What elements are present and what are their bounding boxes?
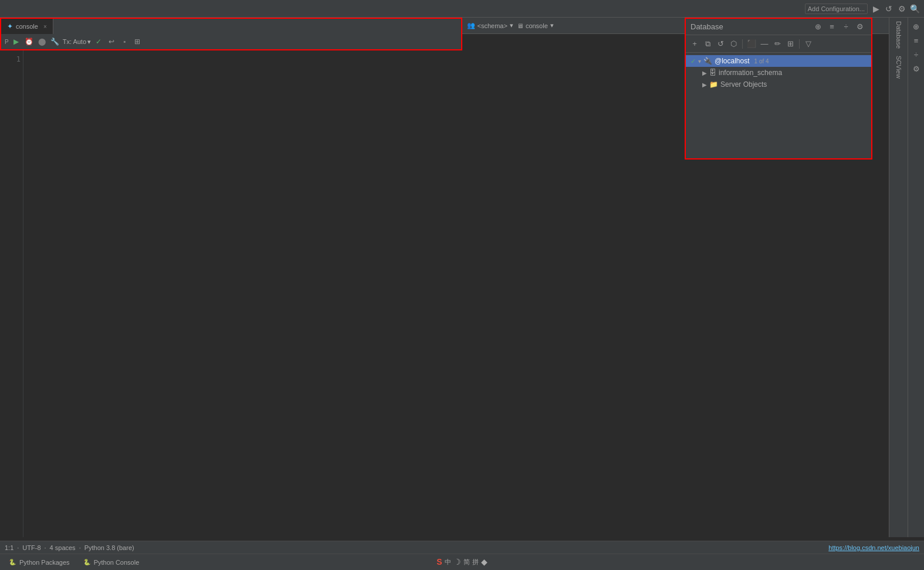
db-edit-button[interactable]: ✏ xyxy=(772,39,783,49)
python-packages-icon: 🐍 xyxy=(8,558,16,566)
db-copy-button[interactable]: ⧉ xyxy=(702,39,713,49)
console-tab-label: console xyxy=(16,23,38,30)
right-sidebar: ⊕ ≡ ÷ ⚙ xyxy=(908,18,924,537)
pin-button[interactable]: 🔧 xyxy=(50,36,60,47)
check-button[interactable]: ✓ xyxy=(93,36,104,47)
db-localhost-icon: 🔌 xyxy=(703,57,712,65)
stop2-button[interactable]: ▪ xyxy=(119,36,130,47)
python-packages-tab[interactable]: 🐍 Python Packages xyxy=(2,557,76,568)
db-refresh-button[interactable]: ↺ xyxy=(715,39,726,49)
console-tab-icon: ✦ xyxy=(7,22,13,30)
editor-toolbar: P ▶ ⏰ ⬤ 🔧 Tx: Auto ▾ ✓ ↩ ▪ ⊞ xyxy=(0,34,462,50)
db-globe-icon[interactable]: ⊕ xyxy=(811,21,824,33)
settings-icon[interactable]: ⚙ xyxy=(897,4,906,13)
schema-arrow: ▾ xyxy=(510,22,513,29)
tray-icon-zh[interactable]: 中 xyxy=(445,558,451,566)
db-schema-arrow[interactable]: ▶ xyxy=(702,70,707,76)
search-icon[interactable]: 🔍 xyxy=(910,4,919,13)
db-objects-icon: 📁 xyxy=(709,80,718,89)
database-panel: Database ⊕ ≡ ÷ ⚙ + ⧉ ↺ ⬡ ⬛ — ✏ ⊞ ▽ xyxy=(685,18,872,160)
bottom-tabs-bar: 🐍 Python Packages 🐍 Python Console S 中 ☽… xyxy=(0,554,924,570)
python-console-label: Python Console xyxy=(94,559,140,566)
database-tree: ✓ ▾ 🔌 @localhost 1 of 4 ▶ 🗄 information_… xyxy=(686,53,871,158)
db-connect-button[interactable]: ⬡ xyxy=(728,39,739,49)
db-stop-button[interactable]: ⬛ xyxy=(746,39,757,49)
db-separator-2 xyxy=(799,39,800,49)
database-vertical-label[interactable]: Database xyxy=(894,18,903,52)
db-information-schema-item[interactable]: ▶ 🗄 information_schema xyxy=(686,67,871,79)
scview-vertical-label[interactable]: SCView xyxy=(894,52,903,82)
db-minus-button[interactable]: — xyxy=(759,39,770,49)
db-localhost-label: @localhost xyxy=(715,57,750,65)
run-button[interactable]: ▶ xyxy=(11,36,22,47)
schema-selector[interactable]: 👥 <schema> ▾ xyxy=(467,22,513,29)
console-label: console xyxy=(526,22,548,29)
db-panel-right-icons: ⊕ ≡ ÷ ⚙ xyxy=(811,21,867,33)
code-editor[interactable] xyxy=(23,50,462,537)
db-filter-button[interactable]: ▽ xyxy=(803,39,814,49)
sidebar-list-icon[interactable]: ≡ xyxy=(910,34,923,47)
status-url[interactable]: https://blog.csdn.net/xuebiaojun xyxy=(828,544,919,551)
line-number-1: 1 xyxy=(2,55,21,63)
status-bar: 1:1 · UTF-8 · 4 spaces · Python 3.8 (bar… xyxy=(0,541,924,554)
sidebar-settings-icon[interactable]: ⚙ xyxy=(910,62,923,75)
python-console-tab[interactable]: 🐍 Python Console xyxy=(77,557,145,568)
run-icon[interactable]: ▶ xyxy=(871,4,881,13)
db-server-objects-item[interactable]: ▶ 📁 Server Objects xyxy=(686,79,871,90)
toolbar-label: P xyxy=(5,39,9,45)
editor-panel: ✦ console × P ▶ ⏰ ⬤ 🔧 Tx: Auto ▾ ✓ ↩ ▪ ⊞… xyxy=(0,18,462,537)
main-container: ✦ console × P ▶ ⏰ ⬤ 🔧 Tx: Auto ▾ ✓ ↩ ▪ ⊞… xyxy=(0,18,924,537)
status-separator-1: · xyxy=(17,544,19,551)
db-localhost-badge: 1 of 4 xyxy=(754,58,769,65)
line-numbers: 1 xyxy=(0,50,23,537)
tray-icon-moon[interactable]: ☽ xyxy=(453,557,461,566)
db-settings-icon[interactable]: ⚙ xyxy=(854,21,867,33)
refresh-icon[interactable]: ↺ xyxy=(884,4,893,13)
console-arrow: ▾ xyxy=(550,22,554,29)
tx-label: Tx: Auto xyxy=(63,38,86,45)
db-schema-icon: 🗄 xyxy=(709,69,716,77)
status-spaces: 4 spaces xyxy=(50,544,76,551)
schedule-button[interactable]: ⏰ xyxy=(24,36,35,47)
status-right: https://blog.csdn.net/xuebiaojun xyxy=(828,544,919,551)
grid-button[interactable]: ⊞ xyxy=(132,36,143,47)
python-console-icon: 🐍 xyxy=(83,558,91,566)
sidebar-globe-icon[interactable]: ⊕ xyxy=(910,20,923,33)
editor-tabs: ✦ console × xyxy=(0,18,462,34)
console-tab[interactable]: ✦ console × xyxy=(1,19,53,34)
tray-icon-diamond[interactable]: ◆ xyxy=(481,557,488,566)
db-objects-label: Server Objects xyxy=(720,80,767,89)
status-encoding: UTF-8 xyxy=(22,544,40,551)
top-bar: Add Configuration... ▶ ↺ ⚙ 🔍 xyxy=(0,0,924,18)
status-separator-3: · xyxy=(79,544,81,551)
add-config-button[interactable]: Add Configuration... xyxy=(805,4,868,14)
status-position: 1:1 xyxy=(5,544,13,551)
schema-label: <schema> xyxy=(478,22,507,29)
db-console-button[interactable]: ⊞ xyxy=(785,39,796,49)
database-header: Database ⊕ ≡ ÷ ⚙ xyxy=(686,19,871,35)
sidebar-split-icon[interactable]: ÷ xyxy=(910,48,923,61)
db-list-icon[interactable]: ≡ xyxy=(825,21,838,33)
db-localhost-arrow[interactable]: ▾ xyxy=(698,58,701,65)
console-tab-close[interactable]: × xyxy=(43,23,47,30)
db-schema-label: information_schema xyxy=(719,69,782,77)
top-bar-right: Add Configuration... ▶ ↺ ⚙ 🔍 xyxy=(805,4,919,14)
db-localhost-item[interactable]: ✓ ▾ 🔌 @localhost 1 of 4 xyxy=(686,55,871,67)
undo-button[interactable]: ↩ xyxy=(106,36,117,47)
console-selector[interactable]: 🖥 console ▾ xyxy=(517,22,554,29)
tx-selector[interactable]: Tx: Auto ▾ xyxy=(63,38,91,46)
tray-icon-pinyin[interactable]: 拼 xyxy=(472,558,479,566)
stop-button[interactable]: ⬤ xyxy=(37,36,48,47)
tx-arrow: ▾ xyxy=(87,38,91,46)
db-objects-arrow[interactable]: ▶ xyxy=(702,82,707,88)
db-split-icon[interactable]: ÷ xyxy=(840,21,852,33)
status-python: Python 3.8 (bare) xyxy=(84,544,134,551)
tray-icon-simple[interactable]: 简 xyxy=(463,558,470,566)
editor-area: 1 xyxy=(0,50,462,537)
python-packages-label: Python Packages xyxy=(19,559,70,566)
db-add-button[interactable]: + xyxy=(689,39,700,49)
database-toolbar: + ⧉ ↺ ⬡ ⬛ — ✏ ⊞ ▽ xyxy=(686,35,871,53)
tray-icon-s[interactable]: S xyxy=(436,557,442,566)
db-separator-1 xyxy=(742,39,743,49)
taskbar-icons: S 中 ☽ 简 拼 ◆ xyxy=(436,554,487,570)
